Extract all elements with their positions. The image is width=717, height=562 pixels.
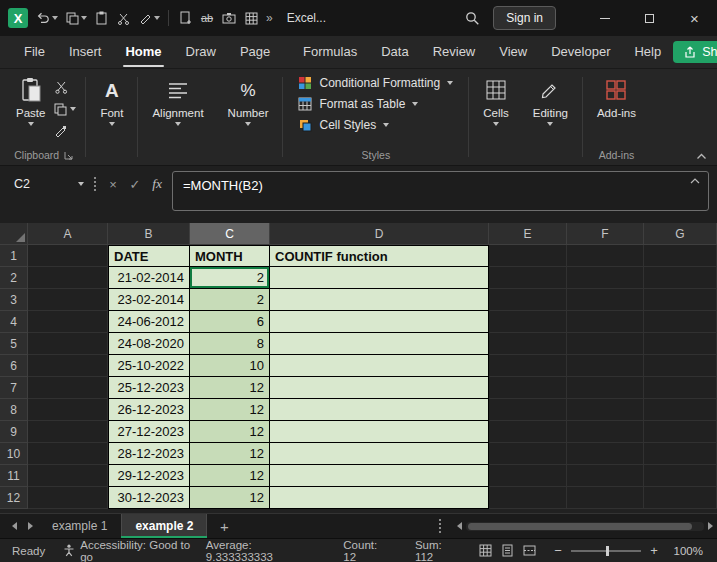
cell-A7[interactable] (28, 377, 108, 399)
cell-F12[interactable] (567, 487, 644, 509)
row-header-4[interactable]: 4 (0, 311, 28, 333)
cell-E8[interactable] (489, 399, 567, 421)
cell-E12[interactable] (489, 487, 567, 509)
ribbon-tab-formulas[interactable]: Formulas (291, 36, 369, 68)
zoom-slider[interactable] (571, 550, 641, 552)
cell-G3[interactable] (644, 289, 717, 311)
insert-function-icon[interactable]: fx (146, 171, 168, 197)
cell-B10[interactable]: 28-12-2023 (108, 443, 190, 465)
cell-B12[interactable]: 30-12-2023 (108, 487, 190, 509)
cell-E2[interactable] (489, 267, 567, 289)
row-header-1[interactable]: 1 (0, 245, 28, 267)
page-layout-view-icon[interactable] (501, 544, 514, 557)
cell-D5[interactable] (270, 333, 489, 355)
column-header-f[interactable]: F (567, 223, 644, 245)
cell-A8[interactable] (28, 399, 108, 421)
new-document-icon[interactable] (174, 6, 196, 30)
cell-A1[interactable] (28, 245, 108, 267)
number-button[interactable]: % Number (221, 72, 276, 126)
cell-G12[interactable] (644, 487, 717, 509)
column-header-c[interactable]: C (190, 223, 270, 245)
cell-C9[interactable]: 12 (190, 421, 270, 443)
addins-button[interactable]: Add-ins (590, 72, 643, 119)
column-header-g[interactable]: G (644, 223, 717, 245)
scroll-right-icon[interactable] (708, 522, 713, 530)
cell-F8[interactable] (567, 399, 644, 421)
cell-A9[interactable] (28, 421, 108, 443)
cell-B2[interactable]: 21-02-2014 (108, 267, 190, 289)
cell-styles-button[interactable]: Cell Styles (290, 114, 397, 135)
row-header-6[interactable]: 6 (0, 355, 28, 377)
page-break-view-icon[interactable] (523, 544, 536, 557)
cell-F3[interactable] (567, 289, 644, 311)
scrollbar-thumb[interactable] (468, 523, 692, 530)
zoom-level[interactable]: 100% (667, 545, 703, 557)
collapse-ribbon-chevron-icon[interactable] (696, 153, 707, 160)
row-header-11[interactable]: 11 (0, 465, 28, 487)
format-painter-button[interactable] (54, 122, 76, 140)
count-status[interactable]: Count: 12 (343, 539, 393, 562)
paste-small-icon[interactable] (90, 6, 112, 30)
sheet-tab-example-1[interactable]: example 1 (38, 514, 121, 538)
ribbon-tab-draw[interactable]: Draw (174, 36, 228, 68)
copy-dropdown-chevron-icon[interactable] (81, 16, 87, 20)
cell-C11[interactable]: 12 (190, 465, 270, 487)
cell-C6[interactable]: 10 (190, 355, 270, 377)
cell-G2[interactable] (644, 267, 717, 289)
font-button[interactable]: A Font (93, 72, 130, 126)
cell-F11[interactable] (567, 465, 644, 487)
cell-C2[interactable]: 2 (190, 267, 270, 289)
search-icon[interactable] (461, 6, 483, 30)
cell-E7[interactable] (489, 377, 567, 399)
cell-C1[interactable]: MONTH (190, 245, 270, 267)
ribbon-tab-data[interactable]: Data (369, 36, 420, 68)
cell-A6[interactable] (28, 355, 108, 377)
cancel-icon[interactable]: × (102, 171, 124, 197)
column-header-d[interactable]: D (270, 223, 489, 245)
row-header-7[interactable]: 7 (0, 377, 28, 399)
cell-D7[interactable] (270, 377, 489, 399)
cell-A5[interactable] (28, 333, 108, 355)
cell-F2[interactable] (567, 267, 644, 289)
ribbon-tab-page-layout[interactable]: Page Layout (228, 36, 291, 68)
cut-icon[interactable] (112, 6, 134, 30)
cell-G8[interactable] (644, 399, 717, 421)
cell-G11[interactable] (644, 465, 717, 487)
column-header-e[interactable]: E (489, 223, 567, 245)
column-header-a[interactable]: A (28, 223, 108, 245)
sum-status[interactable]: Sum: 112 (415, 539, 463, 562)
undo-icon[interactable] (32, 6, 54, 30)
select-all-corner[interactable] (0, 223, 28, 245)
cell-E4[interactable] (489, 311, 567, 333)
minimize-button[interactable] (582, 0, 627, 36)
cell-F5[interactable] (567, 333, 644, 355)
column-header-b[interactable]: B (108, 223, 190, 245)
row-header-3[interactable]: 3 (0, 289, 28, 311)
cell-A4[interactable] (28, 311, 108, 333)
cell-F9[interactable] (567, 421, 644, 443)
formula-input[interactable]: =MONTH(B2) (172, 171, 709, 211)
table-icon[interactable] (240, 6, 262, 30)
close-button[interactable]: × (672, 0, 717, 36)
cell-A3[interactable] (28, 289, 108, 311)
cell-D6[interactable] (270, 355, 489, 377)
camera-icon[interactable] (218, 6, 240, 30)
ribbon-tab-home[interactable]: Home (113, 36, 173, 68)
sheet-nav-right-icon[interactable] (22, 514, 38, 538)
alignment-button[interactable]: Alignment (145, 72, 210, 126)
ribbon-tab-help[interactable]: Help (622, 36, 673, 68)
cell-G10[interactable] (644, 443, 717, 465)
name-box[interactable]: C2 (0, 171, 92, 197)
cell-E1[interactable] (489, 245, 567, 267)
accessibility-status[interactable]: Accessibility: Good to go (63, 539, 206, 562)
cell-F6[interactable] (567, 355, 644, 377)
cell-B6[interactable]: 25-10-2022 (108, 355, 190, 377)
cell-A10[interactable] (28, 443, 108, 465)
cell-C3[interactable]: 2 (190, 289, 270, 311)
cell-G9[interactable] (644, 421, 717, 443)
row-header-9[interactable]: 9 (0, 421, 28, 443)
row-header-5[interactable]: 5 (0, 333, 28, 355)
cell-C8[interactable]: 12 (190, 399, 270, 421)
sheet-nav-left-icon[interactable] (6, 514, 22, 538)
copy-icon[interactable] (61, 6, 83, 30)
